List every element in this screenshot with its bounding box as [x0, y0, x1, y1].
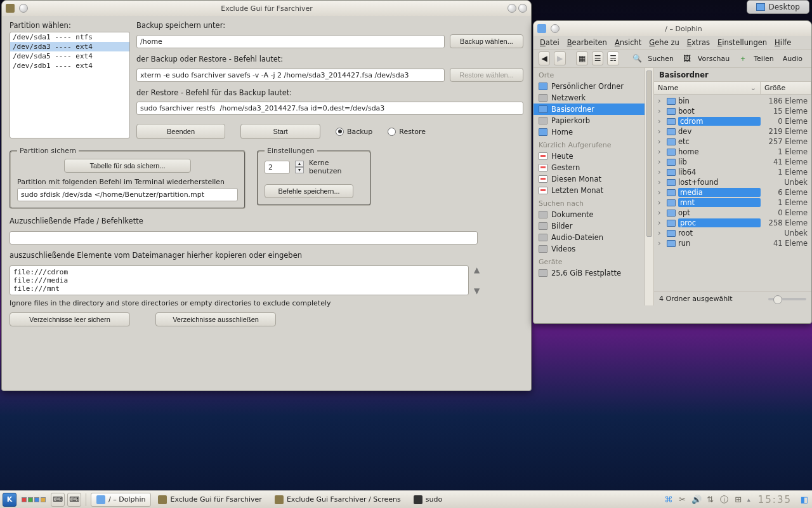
- expand-icon[interactable]: ›: [658, 239, 664, 248]
- window-menu-icon[interactable]: [551, 24, 560, 33]
- table-row[interactable]: ›run41 Eleme: [654, 238, 811, 248]
- search-icon[interactable]: 🔍: [631, 51, 643, 65]
- search-label[interactable]: Suchen: [648, 55, 674, 63]
- scroll-up-icon[interactable]: ▲: [474, 265, 480, 274]
- cores-stepper[interactable]: [265, 161, 290, 174]
- search-item[interactable]: Dokumente: [534, 209, 653, 220]
- device-icon[interactable]: ⊞: [733, 495, 743, 505]
- pager[interactable]: [22, 497, 46, 502]
- expand-icon[interactable]: ›: [658, 198, 664, 207]
- expand-icon[interactable]: ›: [658, 107, 664, 116]
- place-item[interactable]: Persönlicher Ordner: [534, 81, 653, 92]
- view-compact-button[interactable]: ☰: [592, 51, 603, 65]
- partition-item[interactable]: /dev/sda3 ---- ext4: [10, 42, 129, 51]
- table-row[interactable]: ›lib641 Eleme: [654, 167, 811, 177]
- place-item[interactable]: Home: [534, 126, 653, 138]
- search-item[interactable]: Audio-Dateien: [534, 232, 653, 243]
- table-row[interactable]: ›cdrom0 Eleme: [654, 116, 811, 126]
- expand-icon[interactable]: ›: [658, 157, 664, 166]
- menu-datei[interactable]: Datei: [540, 38, 560, 47]
- expand-icon[interactable]: ›: [658, 229, 664, 237]
- expand-icon[interactable]: ›: [658, 97, 664, 105]
- recent-item[interactable]: Letzten Monat: [534, 185, 653, 196]
- save-empty-dirs-button[interactable]: Verzeichnisse leer sichern: [10, 312, 130, 326]
- start-button[interactable]: Start: [240, 124, 320, 139]
- network-icon[interactable]: ⇅: [705, 495, 716, 505]
- restore-radio[interactable]: Restore: [388, 128, 426, 136]
- window-menu-icon[interactable]: [19, 4, 28, 13]
- bluetooth-icon[interactable]: ⌘: [664, 495, 674, 505]
- table-row[interactable]: ›lib41 Eleme: [654, 157, 811, 167]
- zoom-slider[interactable]: [768, 298, 806, 300]
- share-icon[interactable]: ＋: [737, 51, 749, 65]
- kickoff-button[interactable]: K: [3, 493, 16, 507]
- expand-icon[interactable]: ›: [658, 168, 664, 177]
- table-row[interactable]: ›bin186 Eleme: [654, 96, 811, 106]
- partition-restore-input[interactable]: [17, 188, 238, 201]
- nav-forward-button[interactable]: ▶: [554, 51, 565, 65]
- table-row[interactable]: ›home1 Eleme: [654, 147, 811, 157]
- table-row[interactable]: ›boot15 Eleme: [654, 106, 811, 116]
- table-row[interactable]: ›mnt1 Eleme: [654, 197, 811, 208]
- place-item[interactable]: Basisordner: [534, 104, 653, 115]
- exclude-dirs-button[interactable]: Verzeichnisse ausschließen: [155, 312, 276, 326]
- tray-expand-icon[interactable]: ▴: [747, 496, 750, 503]
- recent-item[interactable]: Heute: [534, 150, 653, 162]
- menu-ansicht[interactable]: Ansicht: [615, 38, 641, 47]
- expand-icon[interactable]: ›: [658, 218, 664, 227]
- terminal-launcher-2[interactable]: ⌨: [67, 493, 81, 507]
- clock[interactable]: 15:35: [758, 494, 792, 505]
- command-input[interactable]: [136, 69, 445, 82]
- save-commands-button[interactable]: Befehle speichern...: [265, 184, 353, 198]
- expand-icon[interactable]: ›: [658, 147, 664, 156]
- search-item[interactable]: Videos: [534, 243, 653, 255]
- recent-item[interactable]: Diesen Monat: [534, 173, 653, 185]
- save-table-button[interactable]: Tabelle für sda sichern...: [64, 159, 191, 173]
- partition-listbox[interactable]: /dev/sda1 ---- ntfs/dev/sda3 ---- ext4/d…: [10, 32, 130, 138]
- restore-command-input[interactable]: [136, 102, 523, 115]
- preview-icon[interactable]: 🖼: [681, 51, 693, 65]
- view-details-button[interactable]: ☴: [607, 51, 619, 65]
- expand-icon[interactable]: ›: [658, 178, 664, 187]
- backup-radio[interactable]: Backup: [336, 128, 372, 136]
- menu-einstellungen[interactable]: Einstellungen: [717, 38, 767, 47]
- exclude-path-input[interactable]: [10, 231, 478, 244]
- desktop-switcher[interactable]: Desktop: [747, 0, 810, 14]
- recent-item[interactable]: Gestern: [534, 162, 653, 173]
- scroll-down-icon[interactable]: ▼: [474, 286, 480, 295]
- task-button[interactable]: Exclude Gui für Fsarchiver: [152, 493, 267, 507]
- expand-icon[interactable]: ›: [658, 188, 664, 197]
- expand-icon[interactable]: ›: [658, 117, 664, 126]
- search-item[interactable]: Bilder: [534, 220, 653, 232]
- cores-spin-buttons[interactable]: ▴▾: [295, 161, 304, 173]
- menu-hilfe[interactable]: Hilfe: [775, 38, 791, 47]
- dolphin-titlebar[interactable]: / – Dolphin: [534, 21, 811, 36]
- nav-back-button[interactable]: ◀: [539, 51, 550, 65]
- share-label[interactable]: Teilen: [754, 55, 773, 63]
- task-button[interactable]: / – Dolphin: [91, 493, 151, 507]
- partition-item[interactable]: /dev/sda5 ---- ext4: [10, 51, 129, 61]
- choose-backup-button[interactable]: Backup wählen...: [450, 34, 523, 48]
- task-button[interactable]: sudo: [408, 493, 448, 507]
- device-item[interactable]: 25,6 GiB Festplatte: [534, 267, 653, 279]
- expand-icon[interactable]: ›: [658, 208, 664, 217]
- table-row[interactable]: ›etc257 Eleme: [654, 137, 811, 147]
- menu-bearbeiten[interactable]: Bearbeiten: [567, 38, 607, 47]
- audio-label[interactable]: Audio: [783, 55, 802, 63]
- fsa-titlebar[interactable]: Exclude Gui für Fsarchiver: [2, 1, 531, 16]
- preview-label[interactable]: Vorschau: [698, 55, 730, 63]
- table-row[interactable]: ›dev219 Eleme: [654, 126, 811, 137]
- table-row[interactable]: ›media6 Eleme: [654, 187, 811, 197]
- column-headers[interactable]: Name ⌄ Größe: [654, 82, 811, 95]
- places-scrollbar[interactable]: [645, 68, 653, 305]
- expand-icon[interactable]: ›: [658, 127, 664, 136]
- table-row[interactable]: ›opt0 Eleme: [654, 208, 811, 218]
- place-item[interactable]: Netzwerk: [534, 92, 653, 104]
- clipboard-icon[interactable]: ✂: [678, 495, 688, 505]
- place-item[interactable]: Papierkorb: [534, 115, 653, 126]
- table-row[interactable]: ›rootUnbek: [654, 228, 811, 238]
- partition-item[interactable]: /dev/sdb1 ---- ext4: [10, 61, 129, 70]
- menu-gehe zu[interactable]: Gehe zu: [649, 38, 679, 47]
- task-button[interactable]: Exclude Gui Fsarchiver / Screens: [269, 493, 407, 507]
- table-row[interactable]: ›proc258 Eleme: [654, 218, 811, 228]
